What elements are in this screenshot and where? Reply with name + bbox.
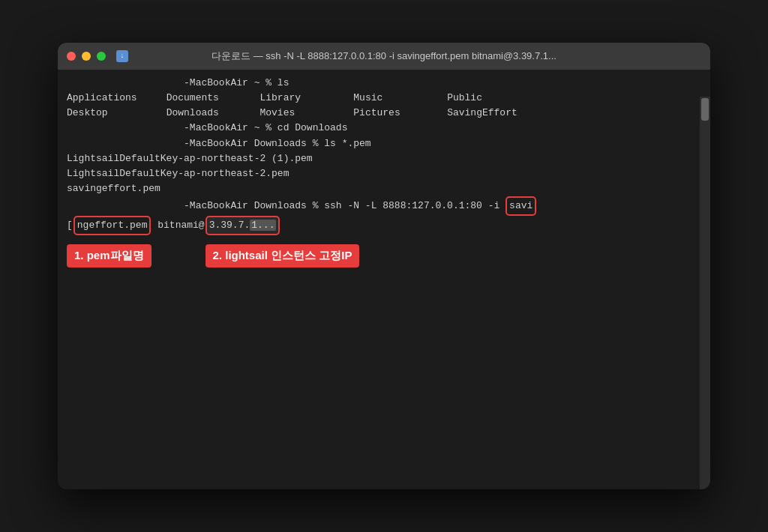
col-public: Public bbox=[447, 92, 482, 103]
terminal-window: ↓ 다운로드 — ssh -N -L 8888:127.0.0.1:80 -i … bbox=[58, 43, 710, 489]
terminal-line-cd: -MacBookAir ~ % cd Downloads bbox=[58, 121, 710, 136]
terminal-line-pem3: savingeffort.pem bbox=[58, 181, 710, 196]
terminal-body[interactable]: -MacBookAir ~ % ls Applications Document… bbox=[58, 70, 710, 489]
bitnami-text: bitnami@ bbox=[152, 218, 204, 233]
folder-icon: ↓ bbox=[116, 50, 128, 62]
pem-circle: ngeffort.pem bbox=[74, 216, 152, 235]
annotation-label-2: 2. lightsail 인스턴스 고정IP bbox=[206, 244, 360, 267]
ip-circle: 3.39.7.1... bbox=[206, 216, 280, 235]
bracket-open: [ bbox=[67, 218, 73, 233]
annotation-row: 1. pem파일명 2. lightsail 인스턴스 고정IP bbox=[58, 238, 710, 273]
minimize-button[interactable] bbox=[82, 52, 91, 61]
col-desktop: Desktop bbox=[67, 107, 108, 118]
scrollbar-thumb[interactable] bbox=[701, 98, 709, 121]
terminal-line-pem1: LightsailDefaultKey-ap-northeast-2 (1).p… bbox=[58, 151, 710, 166]
terminal-line-ls-pem: -MacBookAir Downloads % ls *.pem bbox=[58, 136, 710, 151]
col-applications: Applications bbox=[67, 92, 137, 103]
col-library: Library bbox=[260, 92, 301, 103]
savi-circle: savi bbox=[506, 196, 536, 216]
col-movies: Movies bbox=[260, 107, 295, 118]
terminal-line-ssh-prompt: -MacBookAir Downloads % ssh -N -L 8888:1… bbox=[58, 196, 710, 216]
title-bar: ↓ 다운로드 — ssh -N -L 8888:127.0.0.1:80 -i … bbox=[58, 43, 710, 70]
window-title: 다운로드 — ssh -N -L 8888:127.0.0.1:80 -i sa… bbox=[212, 49, 556, 63]
terminal-line-ls-row1: Applications Documents Library Music Pub… bbox=[58, 91, 710, 106]
terminal-line-ls-row2: Desktop Downloads Movies Pictures Saving… bbox=[58, 106, 710, 121]
ssh-prompt-text: -MacBookAir Downloads % ssh -N -L 8888:1… bbox=[67, 199, 506, 214]
maximize-button[interactable] bbox=[97, 52, 106, 61]
col-savingeffort: SavingEffort bbox=[447, 107, 518, 118]
terminal-line-ls-prompt: -MacBookAir ~ % ls bbox=[58, 76, 710, 91]
close-button[interactable] bbox=[67, 52, 76, 61]
col-downloads: Downloads bbox=[166, 107, 219, 118]
col-documents: Documents bbox=[166, 92, 219, 103]
terminal-line-pem2: LightsailDefaultKey-ap-northeast-2.pem bbox=[58, 166, 710, 181]
scrollbar[interactable] bbox=[700, 97, 710, 489]
terminal-line-ssh-args: [ngeffort.pem bitnami@3.39.7.1... bbox=[58, 216, 710, 235]
col-pictures: Pictures bbox=[353, 107, 400, 118]
col-music: Music bbox=[353, 92, 382, 103]
annotation-label-1: 1. pem파일명 bbox=[67, 244, 152, 267]
